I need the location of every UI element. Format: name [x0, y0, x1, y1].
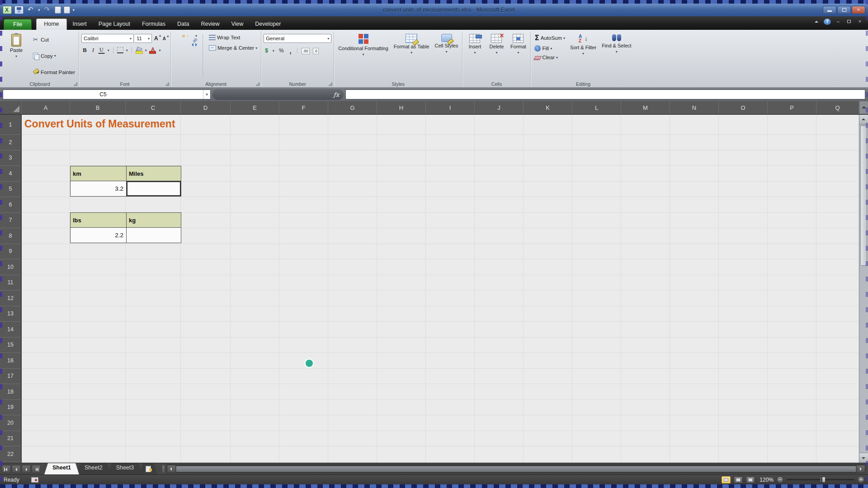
decrease-indent-icon[interactable] [191, 42, 193, 43]
sheet-tab-sheet3[interactable]: Sheet3 [108, 463, 142, 474]
cut-button[interactable]: Cut [31, 36, 76, 44]
column-header-K[interactable]: K [524, 101, 572, 114]
row-header-19[interactable]: 19 [0, 400, 21, 416]
row-header-16[interactable]: 16 [0, 353, 21, 369]
tab-data[interactable]: Data [171, 19, 195, 30]
row-header-18[interactable]: 18 [0, 384, 21, 400]
tab-home[interactable]: Home [36, 19, 66, 30]
table-header-lbs[interactable]: lbs [71, 213, 126, 228]
tab-developer[interactable]: Developer [249, 19, 287, 30]
align-left-icon[interactable] [173, 42, 176, 43]
row-header-7[interactable]: 7 [0, 213, 21, 229]
align-right-icon[interactable] [182, 42, 185, 43]
align-center-icon[interactable] [178, 42, 180, 43]
tab-insert[interactable]: Insert [67, 19, 93, 30]
row-header-4[interactable]: 4 [0, 166, 21, 182]
number-dialog-launcher-icon[interactable] [329, 82, 332, 86]
column-header-E[interactable]: E [231, 101, 279, 114]
horizontal-scrollbar-thumb[interactable] [176, 466, 856, 472]
column-header-J[interactable]: J [475, 101, 524, 114]
tab-splitter-handle[interactable] [162, 465, 165, 473]
horizontal-scrollbar[interactable] [167, 465, 865, 473]
font-family-select[interactable]: Calibri▾ [81, 34, 134, 43]
vertical-scrollbar[interactable] [859, 115, 868, 463]
column-header-B[interactable]: B [70, 101, 126, 114]
format-painter-button[interactable]: Format Painter [31, 68, 76, 76]
row-header-22[interactable]: 22 [0, 446, 21, 462]
previous-sheet-icon[interactable] [12, 465, 21, 473]
insert-worksheet-icon[interactable] [139, 463, 157, 474]
row-header-14[interactable]: 14 [0, 322, 21, 338]
scroll-up-icon[interactable] [859, 101, 868, 114]
format-as-table-button[interactable]: Format as Table▾ [392, 33, 431, 80]
tab-file[interactable]: File [4, 19, 32, 30]
row-header-21[interactable]: 21 [0, 431, 21, 447]
column-header-C[interactable]: C [126, 101, 181, 114]
bottom-align-icon[interactable] [182, 35, 185, 37]
column-header-D[interactable]: D [181, 101, 231, 114]
column-header-G[interactable]: G [328, 101, 377, 114]
tab-view[interactable]: View [225, 19, 249, 30]
autosum-button[interactable]: ΣAutoSum▾ [533, 33, 566, 42]
scrollbar-up-icon[interactable] [859, 115, 868, 125]
zoom-out-icon[interactable]: − [777, 476, 783, 483]
row-header-17[interactable]: 17 [0, 369, 21, 385]
cell-B8-lbs-value[interactable]: 2.2 [71, 228, 126, 243]
row-header-2[interactable]: 2 [0, 135, 21, 150]
cells-grid[interactable]: Convert Units of Measurement km Miles 3.… [22, 115, 859, 463]
redo-icon[interactable] [43, 6, 52, 14]
close-button[interactable]: × [852, 6, 865, 14]
sheet-tab-sheet1[interactable]: Sheet1 [44, 463, 79, 474]
first-sheet-icon[interactable] [2, 465, 11, 473]
cell-B5-km-value[interactable]: 3.2 [71, 181, 126, 196]
column-header-N[interactable]: N [670, 101, 719, 114]
workbook-restore-icon[interactable] [845, 19, 853, 25]
cell-C8-kg-value[interactable] [126, 228, 181, 243]
row-header-9[interactable]: 9 [0, 244, 21, 260]
next-sheet-icon[interactable] [22, 465, 31, 473]
collapse-ribbon-icon[interactable] [813, 19, 820, 25]
decrease-decimal-icon[interactable]: .0 [313, 48, 319, 54]
underline-button[interactable]: U [98, 47, 105, 54]
insert-function-area[interactable]: ƒx [212, 89, 344, 100]
formula-input[interactable] [345, 89, 865, 99]
select-all-corner[interactable] [0, 101, 22, 114]
normal-view-icon[interactable] [722, 476, 731, 483]
fill-button[interactable]: ↓Fill▾ [533, 45, 566, 52]
row-header-6[interactable]: 6 [0, 197, 21, 213]
shrink-font-button[interactable]: A [161, 36, 168, 42]
table-header-km[interactable]: km [71, 166, 126, 181]
macro-record-icon[interactable] [31, 477, 38, 483]
row-header-20[interactable]: 20 [0, 415, 21, 431]
comma-style-icon[interactable]: , [288, 48, 293, 53]
table-header-miles[interactable]: Miles [126, 166, 181, 181]
wrap-text-button[interactable]: Wrap Text [208, 34, 259, 41]
percent-style-icon[interactable]: % [278, 47, 285, 54]
insert-cells-button[interactable]: Insert▾ [465, 33, 485, 80]
orientation-icon[interactable] [191, 35, 193, 37]
sheet-tab-sheet2[interactable]: Sheet2 [76, 463, 111, 474]
conditional-formatting-button[interactable]: Conditional Formatting▾ [336, 33, 390, 80]
font-color-icon[interactable]: A [150, 47, 156, 54]
merge-center-button[interactable]: Merge & Center▾ [208, 45, 259, 51]
column-header-M[interactable]: M [621, 101, 670, 114]
row-header-10[interactable]: 10 [0, 259, 21, 275]
workbook-close-icon[interactable]: × [856, 19, 863, 25]
increase-decimal-icon[interactable]: .00 [302, 48, 310, 54]
tab-formulas[interactable]: Formulas [136, 19, 171, 30]
restore-button[interactable] [837, 6, 851, 14]
scroll-left-icon[interactable] [167, 465, 175, 473]
row-header-11[interactable]: 11 [0, 275, 21, 291]
row-header-15[interactable]: 15 [0, 338, 21, 353]
row-header-1[interactable]: 1 [0, 115, 21, 135]
row-header-8[interactable]: 8 [0, 228, 21, 244]
column-header-O[interactable]: O [719, 101, 768, 114]
document-more-icon[interactable] [64, 6, 70, 14]
insert-function-icon[interactable]: ƒx [334, 91, 339, 98]
workbook-minimize-icon[interactable]: – [835, 19, 842, 25]
clipboard-dialog-launcher-icon[interactable] [74, 82, 77, 86]
zoom-in-icon[interactable]: + [858, 476, 864, 483]
name-box[interactable]: C5 ▾ [3, 89, 211, 99]
help-icon[interactable]: ? [824, 19, 831, 25]
minimize-button[interactable] [823, 6, 836, 14]
